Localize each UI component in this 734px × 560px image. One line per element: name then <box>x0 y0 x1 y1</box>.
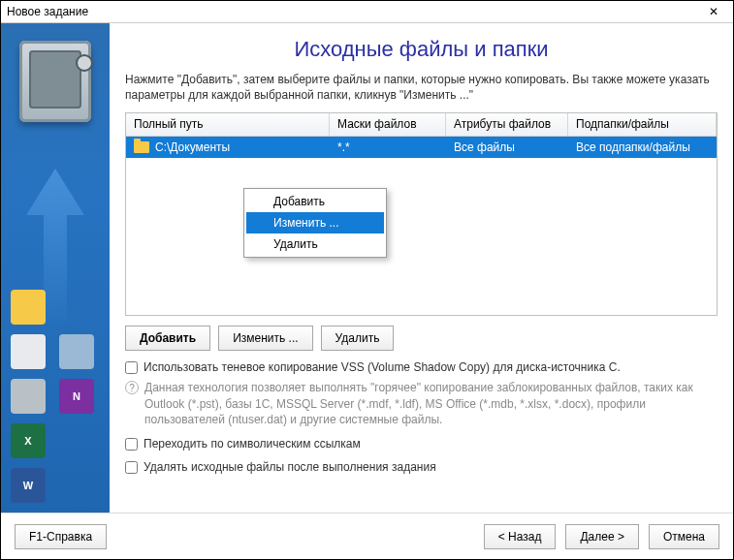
symlinks-option: Переходить по символическим ссылкам <box>125 437 718 451</box>
add-button[interactable]: Добавить <box>125 326 210 351</box>
cell-path: C:\Документы <box>155 140 230 154</box>
vss-label: Использовать теневое копирование VSS (Vo… <box>144 360 621 374</box>
cell-masks: *.* <box>330 139 446 156</box>
delete-after-option: Удалять исходные файлы после выполнения … <box>125 460 718 474</box>
window-title: Новое задание <box>7 5 88 18</box>
close-icon: ✕ <box>709 5 718 18</box>
onenote-icon: N <box>59 379 94 414</box>
delete-button[interactable]: Удалить <box>321 326 395 351</box>
table-row[interactable]: C:\Документы *.* Все файлы Все подпапки/… <box>126 137 717 158</box>
list-icon <box>11 379 46 414</box>
vss-hint: Данная технология позволяет выполнять "г… <box>144 380 718 427</box>
context-delete[interactable]: Удалить <box>246 233 384 255</box>
back-button[interactable]: < Назад <box>484 524 557 549</box>
vss-checkbox[interactable] <box>125 361 138 374</box>
question-icon: ? <box>125 381 139 394</box>
footer: F1-Справка < Назад Далее > Отмена <box>1 513 733 559</box>
folder-icon <box>134 141 149 153</box>
col-subs[interactable]: Подпапки/файлы <box>568 113 717 136</box>
delete-after-checkbox[interactable] <box>125 461 138 474</box>
symlinks-checkbox[interactable] <box>125 438 138 451</box>
col-path[interactable]: Полный путь <box>126 113 330 136</box>
folder-icon <box>11 290 46 325</box>
col-masks[interactable]: Маски файлов <box>330 113 446 136</box>
cancel-button[interactable]: Отмена <box>649 524 719 549</box>
edit-button[interactable]: Изменить ... <box>218 326 312 351</box>
sidebar-icons: N X W <box>11 290 94 503</box>
window-body: N X W Исходные файлы и папки Нажмите "До… <box>1 23 733 513</box>
document-icon <box>11 334 46 369</box>
window: Новое задание ✕ N X W <box>0 0 734 560</box>
source-table: Полный путь Маски файлов Атрибуты файлов… <box>125 112 718 316</box>
help-button[interactable]: F1-Справка <box>15 524 107 549</box>
safe-illustration <box>12 33 99 130</box>
context-edit[interactable]: Изменить ... <box>246 212 384 233</box>
cell-subs: Все подпапки/файлы <box>568 139 717 156</box>
sidebar: N X W <box>1 23 110 513</box>
action-buttons: Добавить Изменить ... Удалить <box>125 326 718 351</box>
excel-icon: X <box>11 423 46 458</box>
context-menu: Добавить Изменить ... Удалить <box>243 188 387 258</box>
col-attrs[interactable]: Атрибуты файлов <box>446 113 568 136</box>
delete-after-label: Удалять исходные файлы после выполнения … <box>144 460 436 474</box>
titlebar: Новое задание ✕ <box>1 1 733 23</box>
page-description: Нажмите "Добавить", затем выберите файлы… <box>125 72 718 103</box>
next-button[interactable]: Далее > <box>565 524 639 549</box>
image-icon <box>59 334 94 369</box>
cell-attrs: Все файлы <box>446 139 568 156</box>
main-panel: Исходные файлы и папки Нажмите "Добавить… <box>110 23 733 513</box>
symlinks-label: Переходить по символическим ссылкам <box>144 437 361 451</box>
vss-option: Использовать теневое копирование VSS (Vo… <box>125 360 718 374</box>
table-header: Полный путь Маски файлов Атрибуты файлов… <box>126 113 717 137</box>
close-button[interactable]: ✕ <box>694 1 733 22</box>
word-icon: W <box>11 468 46 503</box>
context-add[interactable]: Добавить <box>246 191 384 212</box>
page-title: Исходные файлы и папки <box>125 37 718 62</box>
vss-hint-row: ? Данная технология позволяет выполнять … <box>125 380 718 427</box>
